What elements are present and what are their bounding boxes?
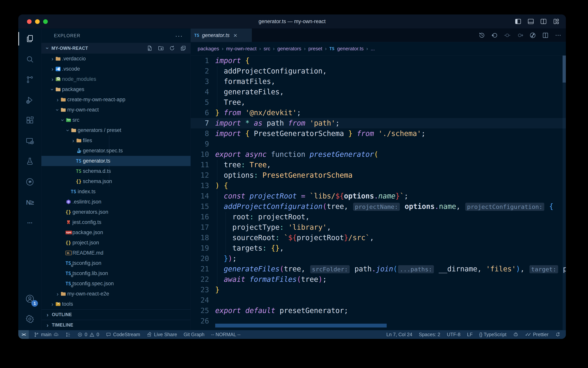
status-codestream[interactable]: CodeStream xyxy=(106,332,140,337)
status-copilot[interactable] xyxy=(513,332,518,337)
chevron-right-icon: › xyxy=(55,96,60,103)
tree-item-index-ts[interactable]: TSindex.ts xyxy=(41,186,191,197)
vertical-scrollbar[interactable] xyxy=(562,55,566,330)
status-language[interactable]: {} TypeScript xyxy=(479,332,506,337)
tree-item-generator-ts[interactable]: TSgenerator.ts xyxy=(41,156,191,166)
tree-item-src[interactable]: ›</>src xyxy=(41,115,191,125)
status-indentation[interactable]: Spaces: 2 xyxy=(419,332,440,337)
tree-item-packages[interactable]: ›packages xyxy=(41,84,191,94)
code-line-12: 12 options: PresetGeneratorSchema xyxy=(191,170,566,181)
file-history-icon[interactable] xyxy=(529,32,536,39)
settings-gear-button[interactable] xyxy=(18,309,41,329)
tree-item-package-json[interactable]: npmpackage.json xyxy=(41,227,191,238)
tree-item-tsconfig-json[interactable]: TS⚙tsconfig.json xyxy=(41,258,191,268)
open-previous-revision-icon[interactable] xyxy=(491,32,498,39)
activity-extensions[interactable] xyxy=(18,110,41,131)
accounts-button[interactable]: 1 xyxy=(18,288,41,309)
tree-item-project-json[interactable]: {}project.json xyxy=(41,238,191,248)
new-folder-icon[interactable] xyxy=(158,45,164,51)
more-actions-icon[interactable] xyxy=(555,32,562,39)
tree-item-schema-d-ts[interactable]: TSschema.d.ts xyxy=(41,166,191,176)
status-label: {} TypeScript xyxy=(479,332,506,337)
tree-item-my-own-react[interactable]: ›my-own-react xyxy=(41,105,191,115)
indent-guide xyxy=(217,66,217,108)
tree-item--verdaccio[interactable]: ›.verdaccio xyxy=(41,54,191,64)
status-notifications[interactable] xyxy=(555,332,561,337)
chevron-right-icon: › xyxy=(50,55,55,62)
status-git-graph[interactable]: Git Graph xyxy=(184,332,204,337)
tree-item-my-own-react-e2e[interactable]: ›my-own-react-e2e xyxy=(41,289,191,299)
split-editor-icon[interactable] xyxy=(542,32,549,39)
activity-source-control[interactable] xyxy=(18,69,41,90)
collapse-all-icon[interactable] xyxy=(180,45,186,51)
tree-item-create-my-own-react-app[interactable]: ›create-my-own-react-app xyxy=(41,94,191,105)
activity-remote-explorer[interactable] xyxy=(18,131,41,151)
remote-indicator[interactable]: >< xyxy=(18,330,29,339)
tools-folder-icon xyxy=(55,299,62,309)
breadcrumb-item[interactable]: packages xyxy=(198,46,219,52)
close-tab-icon[interactable]: × xyxy=(234,32,237,39)
status-prettier[interactable]: ✓✓Prettier xyxy=(525,332,549,337)
activity-more[interactable]: ··· xyxy=(18,212,41,233)
status-cursor-position[interactable]: Ln 7, Col 24 xyxy=(386,332,412,337)
status-encoding[interactable]: UTF-8 xyxy=(447,332,460,337)
status-eol[interactable]: LF xyxy=(467,332,473,337)
tree-item-generators-json[interactable]: {}generators.json xyxy=(41,207,191,217)
tree-item-generator-spec-ts[interactable]: TSgenerator.spec.ts xyxy=(41,146,191,156)
tree-item--eslintrc-json[interactable]: .eslintrc.json xyxy=(41,197,191,207)
tree-item-node-modules[interactable]: ›jsnode_modules xyxy=(41,74,191,84)
line-number: 23 xyxy=(191,285,215,295)
code-editor[interactable]: 1import {2 addProjectConfiguration,3 for… xyxy=(191,55,566,330)
tree-item-schema-json[interactable]: {}schema.json xyxy=(41,176,191,186)
status-label: 0 xyxy=(85,332,87,337)
chevron-right-icon: › xyxy=(50,301,55,307)
breadcrumb-item[interactable]: preset xyxy=(308,46,322,52)
tree-item-generators-preset[interactable]: ›generators / preset xyxy=(41,125,191,135)
activity-codestream[interactable] xyxy=(18,172,41,192)
new-file-icon[interactable] xyxy=(147,45,153,51)
breadcrumb-symbol-path[interactable]: ... xyxy=(371,46,375,52)
activity-nx-console[interactable]: N≥ xyxy=(18,192,41,212)
project-section-header[interactable]: › MY-OWN-REACT xyxy=(41,43,191,54)
tree-item-label: node_modules xyxy=(62,76,96,82)
activity-search[interactable] xyxy=(18,49,41,69)
tree-item-files[interactable]: ›files xyxy=(41,135,191,146)
vertical-scrollbar-thumb[interactable] xyxy=(562,55,566,83)
breadcrumb-file[interactable]: generator.ts xyxy=(337,46,364,52)
activity-run-debug[interactable] xyxy=(18,90,41,110)
line-number: 14 xyxy=(191,191,215,201)
tree-item-tsconfig-spec-json[interactable]: TS⚙tsconfig.spec.json xyxy=(41,278,191,289)
toggle-panel-icon[interactable] xyxy=(527,18,534,25)
status-vim-mode[interactable]: -- NORMAL -- xyxy=(211,332,240,337)
breadcrumb-item[interactable]: my-own-react xyxy=(226,46,256,52)
tree-item-tsconfig-lib-json[interactable]: TS⚙tsconfig.lib.json xyxy=(41,268,191,278)
tree-item-readme-md[interactable]: M↓README.md xyxy=(41,248,191,258)
horizontal-scrollbar-thumb[interactable] xyxy=(215,324,387,328)
customize-layout-icon[interactable] xyxy=(553,18,560,25)
indent-guide xyxy=(226,212,226,253)
section-timeline[interactable]: ›TIMELINE xyxy=(41,320,191,330)
tab-generator-ts[interactable]: TS generator.ts × xyxy=(191,28,252,42)
views-more-actions-icon[interactable]: ··· xyxy=(175,32,183,39)
status-branch[interactable]: main xyxy=(34,332,59,337)
section-outline[interactable]: ›OUTLINE xyxy=(41,309,191,320)
timeline-history-icon[interactable] xyxy=(478,32,485,39)
tree-item-label: README.md xyxy=(72,250,104,256)
breadcrumb-item[interactable]: generators xyxy=(277,46,301,52)
toggle-secondary-sidebar-icon[interactable] xyxy=(540,18,547,25)
tree-item-label: tools xyxy=(62,301,73,307)
activity-explorer[interactable] xyxy=(18,28,41,49)
folder-icon xyxy=(55,54,62,64)
status-problems[interactable]: 00 xyxy=(77,332,99,337)
tree-item-jest-config-ts[interactable]: jest.config.ts xyxy=(41,217,191,227)
activity-testing[interactable] xyxy=(18,151,41,172)
toggle-primary-sidebar-icon[interactable] xyxy=(515,18,522,25)
tree-item--vscode[interactable]: ›.vscode xyxy=(41,64,191,74)
tree-item-tools[interactable]: ›tools xyxy=(41,299,191,309)
json-file-icon: {} xyxy=(65,238,72,248)
status-git-compare[interactable] xyxy=(65,332,71,337)
refresh-icon[interactable] xyxy=(169,45,175,51)
breadcrumb-item[interactable]: src xyxy=(263,46,270,52)
chevron-right-icon: › xyxy=(50,76,55,83)
status-live-share[interactable]: Live Share xyxy=(147,332,177,337)
